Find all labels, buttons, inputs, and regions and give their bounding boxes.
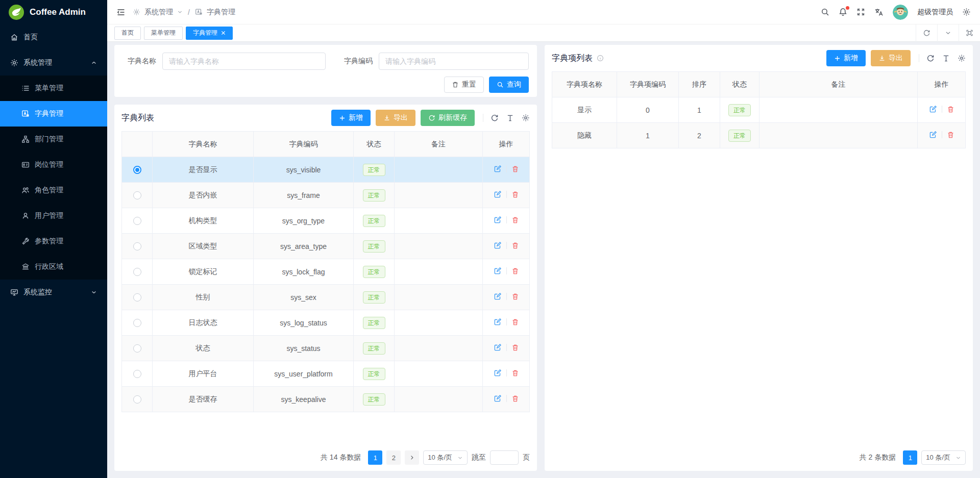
collapse-sidebar-icon[interactable]	[116, 8, 126, 17]
refresh-icon[interactable]	[491, 114, 499, 122]
column-settings-gear-icon[interactable]	[522, 114, 530, 122]
sidebar-item-region[interactable]: 行政区域	[0, 254, 107, 280]
refresh-icon[interactable]	[926, 54, 935, 62]
divider	[506, 242, 507, 249]
page-button-1[interactable]: 1	[368, 450, 382, 465]
fullscreen-icon[interactable]	[856, 8, 865, 16]
row-height-icon[interactable]	[942, 55, 950, 62]
next-page-button[interactable]	[405, 450, 419, 465]
edit-icon[interactable]	[494, 318, 502, 326]
column-header: 状态	[720, 72, 760, 97]
edit-icon[interactable]	[929, 105, 937, 113]
row-radio[interactable]	[133, 191, 141, 199]
delete-icon[interactable]	[947, 131, 954, 139]
close-icon[interactable]	[221, 31, 226, 35]
row-radio[interactable]	[133, 370, 141, 378]
sidebar-item-dict-mgmt[interactable]: 字典管理	[0, 101, 107, 127]
page-size-select[interactable]: 10 条/页	[423, 450, 468, 465]
delete-icon[interactable]	[947, 106, 954, 113]
edit-icon[interactable]	[494, 292, 502, 300]
sidebar-item-home[interactable]: 首页	[0, 24, 107, 50]
reset-button[interactable]: 重置	[444, 77, 484, 93]
table-row[interactable]: 锁定标记 sys_lock_flag 正常	[122, 259, 530, 285]
delete-icon[interactable]	[511, 191, 519, 198]
avatar[interactable]	[893, 5, 908, 20]
delete-icon[interactable]	[511, 293, 519, 300]
table-row[interactable]: 状态 sys_status 正常	[122, 336, 530, 361]
row-radio[interactable]	[133, 395, 141, 404]
edit-icon[interactable]	[494, 394, 502, 402]
delete-icon[interactable]	[511, 318, 519, 326]
edit-icon[interactable]	[494, 190, 502, 198]
page-button-2[interactable]: 2	[386, 450, 401, 465]
refresh-icon[interactable]	[916, 24, 937, 42]
sidebar-item-system[interactable]: 系统管理	[0, 50, 107, 76]
add-dict-button[interactable]: 新增	[331, 110, 371, 126]
row-radio[interactable]	[133, 217, 141, 225]
edit-icon[interactable]	[929, 131, 937, 139]
table-row[interactable]: 是否显示 sys_visible 正常	[122, 157, 530, 183]
edit-icon[interactable]	[494, 216, 502, 224]
refresh-cache-button[interactable]: 刷新缓存	[421, 110, 475, 126]
sidebar-item-role-mgmt[interactable]: 角色管理	[0, 178, 107, 203]
delete-icon[interactable]	[511, 395, 519, 402]
jump-page-input[interactable]	[490, 450, 519, 465]
table-row[interactable]: 用户平台 sys_user_platform 正常	[122, 361, 530, 387]
tab-label: 首页	[121, 29, 134, 37]
search-button[interactable]: 查询	[489, 77, 529, 93]
sidebar-item-post-mgmt[interactable]: 岗位管理	[0, 152, 107, 178]
user-name[interactable]: 超级管理员	[917, 8, 953, 17]
dict-code-input[interactable]	[379, 53, 529, 70]
sidebar-item-user-mgmt[interactable]: 用户管理	[0, 203, 107, 229]
table-row[interactable]: 性别 sys_sex 正常	[122, 285, 530, 310]
delete-icon[interactable]	[511, 267, 519, 275]
settings-gear-icon[interactable]	[962, 8, 971, 16]
sidebar-item-monitor[interactable]: 系统监控	[0, 280, 107, 305]
breadcrumb-parent[interactable]: 系统管理	[144, 8, 173, 17]
table-row[interactable]: 显示 0 1 正常	[552, 97, 966, 123]
tab-menu-mgmt[interactable]: 菜单管理	[144, 27, 183, 40]
sidebar-item-param-mgmt[interactable]: 参数管理	[0, 229, 107, 254]
chevron-down-icon[interactable]	[937, 24, 959, 42]
export-dict-button[interactable]: 导出	[376, 110, 415, 126]
tab-home[interactable]: 首页	[114, 27, 141, 40]
notification-bell-icon[interactable]	[839, 8, 847, 16]
search-icon[interactable]	[821, 8, 829, 16]
translate-icon[interactable]	[874, 8, 884, 17]
table-row[interactable]: 机构类型 sys_org_type 正常	[122, 208, 530, 234]
edit-icon[interactable]	[494, 343, 502, 351]
delete-icon[interactable]	[511, 344, 519, 351]
dict-name-cell: 锁定标记	[153, 259, 254, 285]
row-radio[interactable]	[133, 319, 141, 327]
row-height-icon[interactable]	[506, 114, 514, 122]
edit-icon[interactable]	[494, 369, 502, 377]
page-button-1[interactable]: 1	[903, 450, 917, 465]
export-dict-item-button[interactable]: 导出	[871, 50, 911, 66]
edit-icon[interactable]	[494, 267, 502, 275]
delete-icon[interactable]	[511, 369, 519, 377]
table-row[interactable]: 日志状态 sys_log_status 正常	[122, 310, 530, 336]
column-settings-gear-icon[interactable]	[958, 54, 966, 62]
delete-icon[interactable]	[511, 242, 519, 249]
column-header: 操作	[918, 72, 966, 97]
edit-icon[interactable]	[494, 241, 502, 249]
page-size-select[interactable]: 10 条/页	[921, 450, 966, 465]
row-radio[interactable]	[133, 268, 141, 276]
row-radio[interactable]	[133, 166, 141, 174]
tab-dict-mgmt[interactable]: 字典管理	[186, 27, 233, 40]
row-radio[interactable]	[133, 344, 141, 353]
delete-icon[interactable]	[511, 216, 519, 224]
dict-name-input[interactable]	[162, 53, 326, 70]
expand-content-icon[interactable]	[959, 24, 980, 42]
sidebar-item-menu-mgmt[interactable]: 菜单管理	[0, 76, 107, 101]
add-dict-item-button[interactable]: 新增	[826, 50, 866, 66]
table-row[interactable]: 隐藏 1 2 正常	[552, 123, 966, 148]
edit-icon[interactable]	[494, 165, 502, 173]
row-radio[interactable]	[133, 293, 141, 301]
table-row[interactable]: 是否内嵌 sys_frame 正常	[122, 183, 530, 208]
table-row[interactable]: 是否缓存 sys_keepalive 正常	[122, 387, 530, 412]
row-radio[interactable]	[133, 242, 141, 250]
table-row[interactable]: 区域类型 sys_area_type 正常	[122, 234, 530, 259]
delete-icon[interactable]	[511, 165, 519, 173]
sidebar-item-dept-mgmt[interactable]: 部门管理	[0, 127, 107, 152]
